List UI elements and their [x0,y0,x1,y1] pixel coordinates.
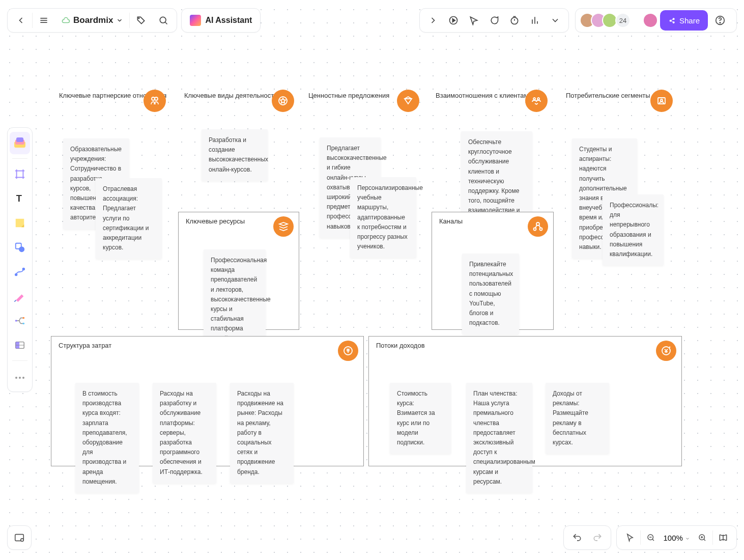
menu-button[interactable] [33,9,55,32]
box-title-resources: Ключевые ресурсы [186,217,245,225]
shape-icon [14,242,25,253]
svg-line-43 [704,539,705,541]
connector-icon [14,266,25,277]
workspace-name: Boardmix [73,15,113,25]
template-button[interactable] [7,525,32,550]
value-icon [397,90,419,112]
redo-button[interactable] [587,527,608,548]
svg-line-5 [165,22,167,24]
svg-point-26 [19,246,24,252]
share-icon [668,16,676,24]
table-icon [14,340,25,351]
svg-text:T: T [16,193,22,204]
note-cost-1[interactable]: В стоимость производства курса входят: з… [75,383,139,493]
resources-icon [273,216,294,237]
search-button[interactable] [152,9,175,32]
svg-rect-18 [16,137,23,142]
section-title-activities: Ключевые виды деятельности [184,92,277,99]
chevron-right-button[interactable] [423,9,443,32]
note-partnerships-2[interactable]: Отраслевая ассоциация: Предлагает услуги… [96,178,162,259]
svg-rect-49 [658,98,665,104]
svg-point-3 [138,18,139,19]
ai-assistant-button[interactable]: AI Assistant [182,15,260,26]
svg-point-45 [155,97,158,100]
svg-point-36 [21,539,24,542]
zoom-out-button[interactable] [641,527,661,548]
channels-icon [528,216,548,237]
back-button[interactable] [10,9,32,32]
note-segments-2[interactable]: Профессионалы: для непрерывного образова… [603,194,664,265]
chevron-down-icon [685,536,690,541]
activities-icon [272,90,294,112]
revenue-icon [656,341,676,361]
sticky-tool[interactable] [10,132,30,154]
pen-tool[interactable] [10,285,30,307]
share-label: Share [679,16,700,25]
svg-point-47 [533,98,535,100]
share-button[interactable]: Share [660,10,708,31]
note-revenue-1[interactable]: Стоимость курса: Взимается за курс или п… [390,383,451,454]
text-tool[interactable]: T [10,187,30,210]
template-icon [14,532,25,543]
text-icon: T [14,193,25,204]
partnerships-icon [144,90,166,112]
note-channels-1[interactable]: Привлекайте потенциальных пользователей … [462,254,519,334]
svg-point-27 [15,274,17,276]
avatar-overflow-count: 24 [615,13,631,28]
box-title-channels: Каналы [439,217,463,225]
section-title-value: Ценностные предложения [308,92,389,99]
cost-icon [338,341,358,361]
section-title-segments: Потребительские сегменты [566,92,650,99]
note-revenue-2[interactable]: План членства: Наша услуга премиального … [466,383,532,493]
svg-point-31 [23,323,25,325]
section-title-relationships: Взаимоотношения с клиентами [436,92,532,99]
pen-icon [14,291,25,302]
current-user-avatar[interactable] [643,13,658,28]
mindmap-tool[interactable] [10,310,30,332]
svg-point-4 [160,17,166,23]
zoom-level[interactable]: 100% [661,534,692,542]
tool-sidebar: T [7,127,33,392]
collaborator-avatars[interactable]: 24 [580,13,631,28]
zoom-in-button[interactable] [692,527,712,548]
note-value-2[interactable]: Персонализированные учебные маршруты, ад… [350,177,416,258]
note-tool[interactable] [10,212,30,234]
shape-tool[interactable] [10,236,30,259]
cloud-icon [61,16,70,25]
comment-button[interactable] [484,9,504,32]
svg-point-8 [511,17,518,24]
svg-point-29 [15,320,17,322]
chevron-down-icon [116,17,123,24]
note-revenue-3[interactable]: Доходы от рекламы: Размещайте рекламу в … [546,383,609,454]
ai-assistant-label: AI Assistant [205,16,252,25]
minimap-button[interactable] [713,527,733,548]
timer-button[interactable] [504,9,525,32]
svg-line-39 [652,539,654,541]
play-button[interactable] [443,9,464,32]
connector-tool[interactable] [10,261,30,283]
note-cost-3[interactable]: Расходы на продвижение на рынке: Расходы… [230,383,294,483]
cursor-mode-button[interactable] [620,527,640,548]
help-button[interactable] [710,10,730,31]
sticky-note-icon [14,217,25,229]
workspace-switcher[interactable]: Boardmix [55,15,129,25]
note-cost-2[interactable]: Расходы на разработку и обслуживание пла… [153,383,216,483]
undo-button[interactable] [567,527,587,548]
pointer-tool[interactable] [464,9,484,32]
more-tools[interactable] [10,365,30,387]
note-activities-1[interactable]: Разработка и создание высококачественных… [202,129,268,181]
frame-tool[interactable] [10,163,30,185]
tag-button[interactable] [130,9,152,32]
table-tool[interactable] [10,334,30,356]
box-title-cost: Структура затрат [59,342,111,349]
ai-logo-icon [190,15,201,26]
svg-point-50 [661,99,663,101]
chart-button[interactable] [525,9,545,32]
frame-icon [14,169,25,180]
relationships-icon [525,90,548,112]
segments-icon [650,90,673,112]
svg-point-28 [23,268,25,270]
svg-point-15 [720,22,720,23]
more-tools-button[interactable] [545,9,565,32]
svg-point-48 [537,98,539,100]
